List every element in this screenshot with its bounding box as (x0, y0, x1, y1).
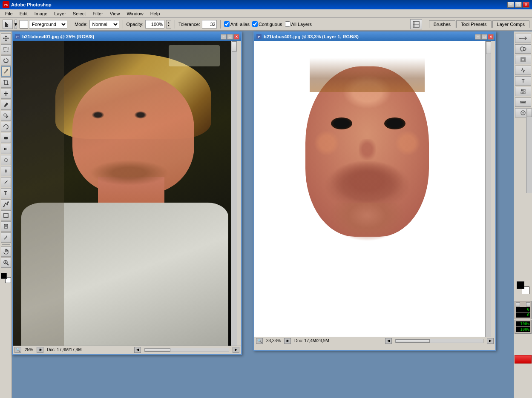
menu-bar: File Edit Image Layer Select Filter View… (0, 9, 532, 18)
tolerance-input[interactable] (202, 20, 217, 29)
foreground-color-swatch[interactable] (1, 273, 7, 279)
doc-1-zoom-icon[interactable]: 🔍 (14, 347, 21, 353)
mode-label: Mode: (75, 22, 88, 27)
menu-help[interactable]: Help (147, 10, 164, 17)
menu-image[interactable]: Image (31, 10, 51, 17)
notes-tool[interactable] (1, 221, 11, 232)
doc-1-scroll-right[interactable]: ▶ (233, 347, 239, 353)
menu-edit[interactable]: Edit (16, 10, 31, 17)
type-tool[interactable]: T (1, 188, 11, 198)
pen-tool[interactable] (1, 177, 11, 187)
right-tool-2[interactable] (515, 44, 531, 54)
red-color-strip[interactable] (515, 355, 532, 364)
doc-2-zoom-icon[interactable]: 🔍 (256, 338, 263, 344)
close-button[interactable]: ✕ (523, 2, 529, 8)
menu-file[interactable]: File (2, 10, 16, 17)
separator-1 (71, 20, 71, 29)
doc-2-scroll-right[interactable]: ▶ (487, 338, 494, 344)
doc-2-vscroll-thumb[interactable] (486, 41, 491, 54)
contiguous-checkbox-label[interactable]: Contiguous (252, 21, 282, 27)
right-tool-7[interactable] (515, 97, 531, 107)
minimize-button[interactable]: − (507, 2, 514, 8)
left-cheek (314, 130, 339, 156)
right-tool-4[interactable] (515, 66, 531, 75)
menu-view[interactable]: View (106, 10, 124, 17)
foreground-swatch[interactable] (20, 20, 28, 29)
tool-icon-button[interactable] (3, 20, 13, 29)
antialias-checkbox-label[interactable]: Anti-alias (224, 21, 250, 27)
blur-tool[interactable] (1, 155, 11, 165)
healing-tool[interactable] (1, 89, 11, 99)
eraser-tool[interactable] (1, 133, 11, 143)
brushes-tab[interactable]: Brushes (429, 20, 455, 28)
doc-1-max[interactable]: □ (227, 34, 233, 40)
zoom-tool[interactable] (1, 258, 11, 268)
foreground-dropdown[interactable]: Foreground (29, 20, 67, 29)
tool-presets-tab[interactable]: Tool Presets (456, 20, 492, 28)
all-layers-checkbox-label[interactable]: All Layers (285, 21, 312, 27)
right-tool-3[interactable] (515, 55, 531, 64)
doc-1-status-bar: 🔍 25% ◉ Doc: 17,4M/17,4M ◀ ▶ (13, 346, 241, 353)
move-tool[interactable] (1, 33, 11, 43)
history-tool[interactable] (1, 122, 11, 132)
doc-2-max[interactable]: □ (481, 34, 487, 40)
doc-window-2: P b21tabus401.jpg @ 33,3% (Layer 1, RGB/… (253, 31, 496, 351)
contiguous-checkbox[interactable] (252, 21, 258, 27)
dodge-tool[interactable] (1, 166, 11, 176)
doc-1-controls: − □ ✕ (221, 34, 239, 40)
mini-panel-1-close[interactable] (526, 302, 530, 306)
right-scrollbar[interactable] (526, 108, 532, 193)
all-layers-checkbox[interactable] (285, 21, 290, 27)
shape-tool[interactable] (1, 210, 11, 220)
tool-dropdown-arrow[interactable]: ▼ (14, 20, 17, 29)
crop-tool[interactable] (1, 77, 11, 88)
doc-1-hscroll-thumb[interactable] (145, 348, 170, 352)
menu-filter[interactable]: Filter (89, 10, 106, 17)
right-tool-button[interactable] (410, 19, 422, 29)
eyedropper-tool[interactable] (1, 232, 11, 243)
mini-panel-2: 100% 100% (515, 320, 532, 334)
antialias-checkbox[interactable] (224, 21, 230, 27)
tolerance-label: Tolerance: (178, 22, 200, 27)
layer-comps-tab[interactable]: Layer Comps (492, 20, 529, 28)
doc-1-scroll-left[interactable]: ◀ (134, 347, 141, 353)
menu-select[interactable]: Select (69, 10, 89, 17)
doc-1-vscroll-thumb[interactable] (232, 41, 237, 52)
doc-2-close[interactable]: ✕ (488, 34, 494, 40)
doc-1-hscroll-track[interactable] (144, 348, 229, 352)
lasso-tool[interactable] (1, 55, 11, 66)
right-tool-1[interactable] (515, 34, 531, 43)
doc-1-min[interactable]: − (221, 34, 227, 40)
brush-tool[interactable] (1, 100, 11, 110)
doc-2-hscroll-thumb[interactable] (396, 339, 430, 343)
doc-2-min[interactable]: − (475, 34, 481, 40)
mode-dropdown[interactable]: Normal (89, 20, 119, 29)
doc-2-hscroll-track[interactable] (395, 339, 483, 343)
app-icon: PS (3, 1, 9, 8)
maximize-button[interactable]: □ (515, 2, 522, 8)
doc-1-close[interactable]: ✕ (233, 34, 239, 40)
menu-window[interactable]: Window (124, 10, 147, 17)
doc-2-nav-icon[interactable]: ◉ (284, 338, 291, 344)
doc-1-vscroll[interactable] (231, 41, 237, 346)
clone-tool[interactable] (1, 111, 11, 121)
right-fg-swatch[interactable] (517, 281, 524, 289)
path-tool[interactable] (1, 199, 11, 209)
opacity-input[interactable] (145, 20, 164, 29)
hand-tool[interactable] (1, 246, 11, 257)
opacity-stepper[interactable]: ▲ ▼ (166, 20, 171, 29)
menu-layer[interactable]: Layer (51, 10, 69, 17)
magic-wand-tool[interactable] (1, 66, 11, 77)
tolerance-section: Tolerance: (178, 20, 217, 29)
title-bar: PS Adobe Photoshop − □ ✕ (0, 0, 532, 9)
doc-2-status-bar: 🔍 33,33% ◉ Doc: 17,4M/23,9M ◀ ▶ (254, 337, 495, 344)
scrollbar-thumb[interactable] (527, 109, 532, 117)
mini-panel-1-expand[interactable] (516, 302, 520, 306)
doc-2-scroll-left[interactable]: ◀ (385, 338, 392, 344)
marquee-tool[interactable] (1, 44, 11, 54)
doc-2-vscroll[interactable] (485, 41, 491, 337)
right-tool-5[interactable]: T (515, 76, 531, 86)
doc-1-nav-icon[interactable]: ◉ (37, 347, 43, 353)
right-tool-6[interactable] (515, 87, 531, 96)
gradient-tool[interactable] (1, 144, 11, 154)
